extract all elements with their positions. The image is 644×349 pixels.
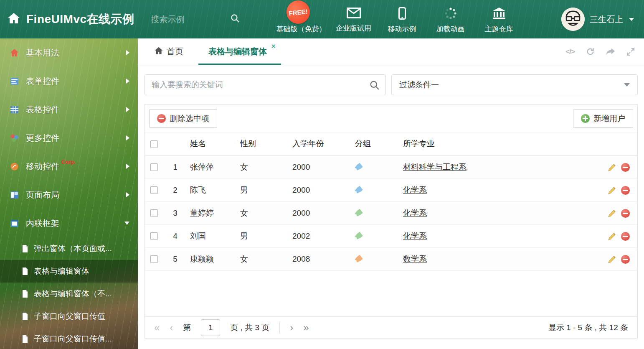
- share-icon[interactable]: [606, 48, 615, 56]
- add-user-button[interactable]: 新增用户: [573, 109, 633, 128]
- sidebar-subitem-child-to-parent[interactable]: 子窗口向父窗口传值: [0, 305, 138, 328]
- delete-icon[interactable]: [620, 255, 631, 264]
- header-search: [151, 14, 240, 25]
- row-number: 4: [166, 224, 185, 247]
- header-search-input[interactable]: [151, 15, 214, 24]
- page-number-input[interactable]: [201, 319, 220, 336]
- users-table: 姓名 性别 入学年份 分组 所学专业 1 张萍萍: [145, 132, 637, 271]
- main-content: 首页 表格与编辑窗体 ✕ </>: [138, 38, 644, 349]
- nav-label: 基础版（免费）: [276, 24, 326, 34]
- delete-icon[interactable]: [620, 232, 631, 241]
- tag-icon: [354, 209, 363, 217]
- frame-icon: [9, 219, 19, 228]
- delete-icon[interactable]: [620, 186, 631, 195]
- sidebar-subitem-child-to-parent-2[interactable]: 子窗口向父窗口传值...: [0, 328, 138, 349]
- close-icon[interactable]: ✕: [271, 43, 276, 50]
- gender-cell: 女: [235, 155, 287, 178]
- row-number: 2: [166, 178, 185, 201]
- source-code-icon[interactable]: </>: [565, 48, 575, 56]
- delete-icon[interactable]: [620, 209, 631, 218]
- sidebar-subitem-popup-window[interactable]: 弹出窗体（本页面或...: [0, 237, 138, 260]
- divider: [279, 322, 280, 333]
- refresh-icon[interactable]: [586, 47, 595, 56]
- chevron-right-icon: [126, 164, 129, 169]
- first-page-icon[interactable]: «: [154, 323, 160, 333]
- name-cell: 刘国: [185, 224, 235, 247]
- row-checkbox[interactable]: [150, 255, 158, 263]
- row-checkbox[interactable]: [150, 209, 158, 217]
- sidebar-item-basic-usage[interactable]: 基本用法: [0, 38, 138, 67]
- select-all-checkbox[interactable]: [150, 140, 158, 148]
- filter-dropdown[interactable]: 过滤条件一: [391, 74, 638, 95]
- keyword-search: [145, 74, 386, 95]
- user-menu[interactable]: 三生石上: [561, 8, 634, 31]
- chevron-right-icon: [126, 79, 129, 84]
- top-header: FineUIMvc在线示例 FREE! 基础版（免费） 企业版试用: [0, 0, 644, 38]
- nav-theme-repo[interactable]: 主题仓库: [478, 5, 520, 34]
- name-cell: 董婷婷: [185, 201, 235, 224]
- sidebar-subitem-grid-edit-window-2[interactable]: 表格与编辑窗体（不...: [0, 283, 138, 305]
- sidebar-item-more-controls[interactable]: 更多控件: [0, 124, 138, 152]
- file-icon: [22, 290, 28, 298]
- col-major: 所学专业: [398, 132, 591, 155]
- row-checkbox[interactable]: [150, 186, 158, 194]
- brand[interactable]: FineUIMvc在线示例: [0, 11, 134, 27]
- chevron-right-icon: [126, 135, 129, 140]
- nav-loading-animation[interactable]: 加载动画: [430, 5, 472, 34]
- sidebar-item-page-layout[interactable]: 页面布局: [0, 181, 138, 209]
- delete-selected-button[interactable]: 删除选中项: [149, 109, 217, 128]
- row-checkbox[interactable]: [150, 232, 158, 240]
- tab-bar: 首页 表格与编辑窗体 ✕ </>: [138, 38, 644, 65]
- sidebar-item-grid-controls[interactable]: 表格控件: [0, 95, 138, 124]
- sidebar: 基本用法 表单控件 表格控件 更多控件 移动控件 Corp.: [0, 38, 138, 349]
- nav-enterprise-trial[interactable]: 企业版试用: [333, 5, 375, 34]
- major-link[interactable]: 数学系: [403, 255, 427, 263]
- last-page-icon[interactable]: »: [303, 323, 309, 333]
- tab-grid-edit-window[interactable]: 表格与编辑窗体 ✕: [198, 38, 281, 65]
- table-row: 1 张萍萍 女 2000 材料科学与工程系: [145, 155, 637, 178]
- app-title: FineUIMvc在线示例: [26, 11, 134, 27]
- file-icon: [22, 267, 28, 275]
- edit-icon[interactable]: [607, 186, 618, 195]
- gender-cell: 男: [235, 224, 287, 247]
- file-icon: [22, 313, 28, 320]
- tag-icon: [354, 163, 363, 171]
- edit-icon[interactable]: [607, 255, 618, 264]
- table-row: 3 董婷婷 女 2000 化学系: [145, 201, 637, 224]
- record-summary: 显示 1 - 5 条 , 共 12 条: [548, 322, 628, 333]
- major-link[interactable]: 材料科学与工程系: [403, 163, 467, 171]
- chevron-right-icon: [126, 50, 129, 55]
- edit-icon[interactable]: [607, 232, 618, 241]
- search-icon[interactable]: [370, 80, 380, 92]
- year-cell: 2008: [287, 247, 350, 270]
- sidebar-item-form-controls[interactable]: 表单控件: [0, 67, 138, 95]
- edit-icon[interactable]: [607, 163, 618, 172]
- search-icon[interactable]: [231, 14, 240, 25]
- sidebar-subitem-grid-edit-window[interactable]: 表格与编辑窗体: [0, 260, 138, 283]
- col-group: 分组: [350, 132, 398, 155]
- expand-icon[interactable]: [626, 48, 635, 56]
- delete-icon[interactable]: [620, 163, 631, 172]
- table-header-row: 姓名 性别 入学年份 分组 所学专业: [145, 132, 637, 155]
- chevron-down-icon: [624, 83, 630, 87]
- filter-dropdown-value: 过滤条件一: [399, 79, 439, 90]
- nav-mobile-demo[interactable]: 移动示例: [381, 5, 423, 34]
- row-checkbox[interactable]: [150, 163, 158, 171]
- tab-home[interactable]: 首页: [145, 38, 193, 65]
- next-page-icon[interactable]: ›: [290, 323, 293, 333]
- name-cell: 陈飞: [185, 178, 235, 201]
- row-number: 5: [166, 247, 185, 270]
- prev-page-icon[interactable]: ‹: [170, 323, 173, 333]
- major-link[interactable]: 化学系: [403, 232, 427, 240]
- major-link[interactable]: 化学系: [403, 186, 427, 194]
- sidebar-item-mobile-controls[interactable]: 移动控件 Corp.: [0, 152, 138, 181]
- nav-label: 主题仓库: [485, 24, 513, 34]
- keyword-search-input[interactable]: [145, 75, 385, 95]
- edit-icon[interactable]: [607, 209, 618, 218]
- page-label-suffix: 页 , 共 3 页: [230, 322, 269, 333]
- file-icon: [22, 335, 28, 343]
- panel-toolbar: 删除选中项 新增用户: [145, 105, 637, 132]
- major-link[interactable]: 化学系: [403, 209, 427, 217]
- page-label-prefix: 第: [183, 322, 191, 333]
- sidebar-item-iframe[interactable]: 内联框架: [0, 209, 138, 237]
